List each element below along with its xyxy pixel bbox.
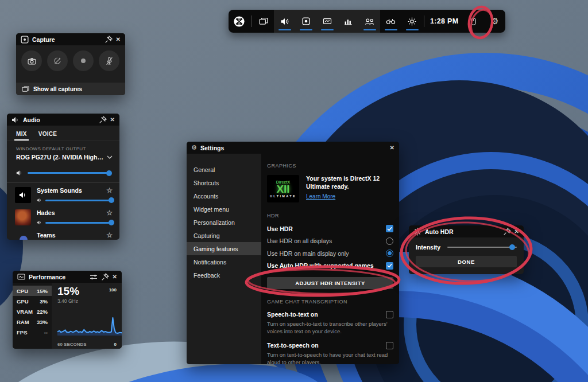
pin-icon[interactable] [503, 228, 511, 236]
sidebar-item-capturing[interactable]: Capturing [187, 229, 261, 242]
hdr-all-displays-radio[interactable] [386, 237, 393, 245]
settings-sidebar: General Shortcuts Accounts Widget menu P… [187, 154, 261, 364]
sun-icon [413, 228, 421, 236]
spotify-widget-button[interactable] [380, 10, 401, 33]
output-section-label: WINDOWS DEFAULT OUTPUT [7, 141, 119, 153]
audio-panel-title: Audio [23, 116, 40, 123]
favorite-star-icon[interactable]: ☆ [106, 232, 113, 239]
sidebar-item-notifications[interactable]: Notifications [187, 255, 261, 268]
metric-fps[interactable]: FPS-- [13, 327, 52, 337]
capture-widget-button[interactable] [295, 10, 316, 33]
performance-widget-button[interactable] [338, 10, 359, 33]
metric-ram[interactable]: RAM33% [13, 317, 52, 327]
widget-menu-button[interactable] [253, 10, 274, 33]
close-icon[interactable]: ✕ [110, 117, 115, 123]
master-volume-slider[interactable] [28, 172, 110, 174]
intensity-slider[interactable] [447, 247, 517, 248]
favorite-star-icon[interactable]: ☆ [106, 187, 113, 194]
app-volume-slider[interactable] [45, 200, 113, 201]
sidebar-item-accounts[interactable]: Accounts [187, 189, 261, 202]
close-icon[interactable]: ✕ [113, 274, 117, 280]
close-icon[interactable]: ✕ [514, 229, 519, 235]
speech-to-text-description: Turn on speech-to-text to transcribe oth… [267, 320, 398, 335]
sidebar-item-widget-menu[interactable]: Widget menu [187, 202, 261, 216]
screenshot-button[interactable] [21, 50, 42, 71]
auto-hdr-checkbox[interactable] [386, 262, 393, 270]
record-last-30s-button[interactable] [47, 50, 68, 71]
adjust-hdr-intensity-button[interactable]: ADJUST HDR INTENSITY [267, 277, 393, 289]
system-sounds-icon [15, 187, 31, 203]
widget-menu-icon [259, 17, 268, 25]
xbox-social-widget-button[interactable] [359, 10, 380, 33]
mouse-passthrough-button[interactable] [463, 10, 484, 33]
xbox-home-button[interactable] [229, 10, 250, 33]
sidebar-item-gaming-features[interactable]: Gaming features [187, 242, 261, 255]
directx-ready-message: Your system is DirectX 12 Ultimate ready… [306, 175, 399, 190]
learn-more-link[interactable]: Learn More [306, 193, 335, 200]
done-button[interactable]: DONE [416, 256, 517, 267]
pin-icon[interactable] [101, 273, 109, 281]
speech-to-text-checkbox[interactable] [386, 311, 393, 318]
mic-toggle-button[interactable] [99, 50, 119, 71]
graph-y-min: 0 [114, 342, 117, 347]
metric-gpu[interactable]: GPU3% [13, 296, 52, 306]
tab-voice[interactable]: VOICE [38, 131, 57, 141]
close-icon[interactable]: ✕ [116, 37, 121, 42]
app-name: System Sounds [37, 187, 82, 194]
resources-widget-button[interactable] [316, 10, 338, 33]
close-icon[interactable]: ✕ [390, 145, 394, 151]
hdr-main-display-radio[interactable] [386, 250, 393, 257]
intensity-label: Intensity [416, 244, 440, 251]
show-all-captures-button[interactable]: Show all captures [16, 83, 125, 95]
auto-hdr-title: Auto HDR [425, 228, 454, 235]
app-volume-slider[interactable] [45, 222, 113, 224]
intensity-slider-knob[interactable] [509, 244, 515, 250]
speaker-icon [16, 170, 23, 176]
camera-icon [28, 57, 36, 65]
speaker-icon [280, 18, 289, 25]
performance-panel-title: Performance [29, 274, 65, 280]
pin-icon[interactable] [105, 36, 113, 44]
brightness-widget-button[interactable] [401, 10, 423, 33]
sun-icon [408, 17, 416, 26]
use-hdr-checkbox[interactable] [386, 225, 393, 232]
graph-x-label: 60 SECONDS [57, 342, 87, 347]
sidebar-item-shortcuts[interactable]: Shortcuts [187, 176, 261, 189]
audio-panel: Audio ✕ MIX VOICE WINDOWS DEFAULT OUTPUT… [7, 114, 119, 240]
start-recording-button[interactable] [73, 50, 94, 71]
options-sliders-icon[interactable] [90, 273, 98, 281]
settings-button[interactable]: ⚙ [484, 10, 505, 33]
tab-mix[interactable]: MIX [16, 131, 27, 141]
auto-hdr-panel: Auto HDR ✕ Intensity DONE [409, 225, 524, 274]
text-to-speech-description: Turn on text-to-speech to have your chat… [267, 351, 398, 365]
text-to-speech-checkbox[interactable] [386, 342, 393, 349]
show-all-captures-label: Show all captures [33, 86, 82, 92]
pin-icon[interactable] [99, 116, 107, 124]
settings-window: ⚙ Settings ✕ General Shortcuts Accounts … [187, 142, 399, 364]
capture-panel: Capture ✕ [16, 33, 125, 95]
binoculars-icon [386, 18, 396, 25]
sidebar-item-general[interactable]: General [187, 163, 261, 176]
speaker-icon [11, 116, 20, 124]
settings-content: GRAPHICS DirectX XII ULTIMATE Your syste… [261, 154, 399, 364]
audio-widget-button[interactable] [274, 10, 295, 33]
metric-cpu[interactable]: CPU15% [13, 286, 52, 296]
graph-y-max: 100 [109, 287, 117, 293]
sidebar-item-feedback[interactable]: Feedback [187, 268, 261, 282]
app-name: Hades [37, 209, 55, 216]
cpu-usage-graph [57, 310, 122, 336]
performance-panel-titlebar: Performance ✕ [13, 271, 122, 283]
output-device-dropdown[interactable]: ROG PG27U (2- NVIDIA High Definition A..… [7, 153, 119, 165]
desktop: 1:28 PM ⚙ Capture ✕ [0, 0, 588, 382]
capture-icon [21, 36, 29, 44]
sidebar-item-personalization[interactable]: Personalization [187, 216, 261, 229]
audio-panel-titlebar: Audio ✕ [7, 114, 119, 126]
capture-buttons [16, 45, 125, 76]
favorite-star-icon[interactable]: ☆ [106, 209, 113, 216]
cpu-detail: 15% 3.40 GHz 100 60 SECONDS 0 [52, 283, 122, 349]
cpu-frequency: 3.40 GHz [57, 298, 117, 304]
game-chat-section-label: GAME CHAT TRANSCRIPTION [267, 299, 393, 305]
speech-to-text-item: Speech-to-text on Turn on speech-to-text… [267, 311, 393, 335]
settings-titlebar: ⚙ Settings ✕ [187, 142, 399, 154]
metric-vram[interactable]: VRAM22% [13, 306, 52, 317]
